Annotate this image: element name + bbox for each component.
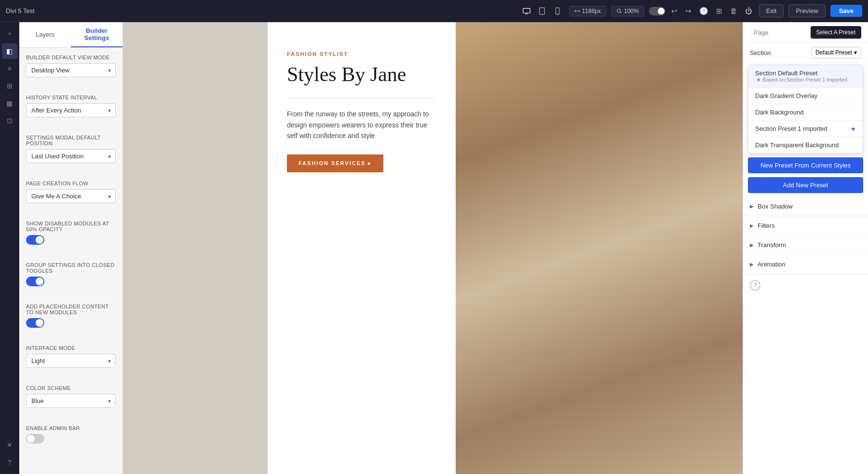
history-state-select[interactable]: After Every Action — [26, 103, 116, 117]
help-button[interactable]: ? — [750, 280, 760, 291]
modules-icon[interactable]: ⊡ — [2, 113, 17, 128]
history-state-label: History State Interval — [26, 95, 116, 100]
page-creation-select-wrap: Give Me A Choice ▼ — [26, 189, 116, 203]
power-icon[interactable]: ⏻ — [743, 5, 754, 17]
builder-default-view-section: Builder Default View Mode Desktop View ▼ — [19, 48, 122, 88]
undo-icon[interactable]: ↩ — [669, 5, 679, 17]
layers-icon[interactable]: ◧ — [2, 43, 17, 59]
section-label: Section — [750, 49, 771, 56]
history-icon[interactable]: 🕐 — [697, 5, 710, 17]
animation-accordion-header[interactable]: ▶ Animation — [743, 255, 868, 274]
redo-icon[interactable]: ↪ — [683, 5, 693, 17]
settings-modal-select-wrap: Last Used Position ▼ — [26, 149, 116, 163]
animation-accordion: ▶ Animation — [743, 255, 868, 274]
theme-toggle[interactable] — [649, 7, 665, 15]
box-shadow-accordion-header[interactable]: ▶ Box Shadow — [743, 197, 868, 216]
animation-title: Animation — [758, 261, 786, 268]
grid-icon[interactable]: ▦ — [2, 96, 17, 111]
mobile-view-btn[interactable] — [551, 5, 564, 17]
topbar: Divi 5 Test 1188px 100% ↩ ↪ 🕐 ⊞ 🗑 ⏻ Exit… — [0, 0, 868, 22]
filters-arrow-icon: ▶ — [750, 223, 754, 228]
placeholder-label: Add Placeholder Content To New Modules — [26, 304, 116, 315]
interface-mode-label: Interface Mode — [26, 345, 116, 351]
right-panel-header: Page Select A Preset — [743, 22, 868, 43]
page-creation-select[interactable]: Give Me A Choice — [26, 189, 116, 203]
page-tab[interactable]: Page — [750, 27, 772, 38]
tab-layers[interactable]: Layers — [19, 22, 71, 47]
disabled-modules-toggle-row — [26, 235, 116, 245]
icon-sidebar: ＋ ◧ ≡ ⊞ ▦ ⊡ ✕ ? — [0, 22, 19, 474]
preset-item-content: Section Default Preset ★ Based on:Sectio… — [755, 70, 847, 83]
preset-item-label: Section Default Preset — [755, 70, 847, 77]
group-settings-toggle[interactable] — [26, 277, 44, 286]
layout-icon[interactable]: ⊞ — [714, 5, 724, 17]
card-cta-button[interactable]: Fashion Services ▸ — [287, 154, 383, 172]
svg-point-5 — [617, 9, 621, 12]
desktop-view-btn[interactable] — [520, 5, 533, 17]
animation-arrow-icon: ▶ — [750, 262, 754, 267]
transform-title: Transform — [758, 241, 786, 249]
preset-dropdown-menu: Section Default Preset ★ Based on:Sectio… — [748, 65, 863, 153]
select-preset-button[interactable]: Select A Preset — [811, 26, 861, 39]
history-state-select-wrap: After Every Action ▼ — [26, 103, 116, 117]
placeholder-toggle[interactable] — [26, 318, 44, 328]
interface-mode-select[interactable]: Light — [26, 354, 116, 368]
builder-view-select[interactable]: Desktop View — [26, 63, 116, 77]
interface-mode-section: Interface Mode Light ▼ — [19, 338, 122, 378]
tools-icon[interactable]: ✕ — [2, 437, 17, 453]
card-tag: Fashion Stylist — [287, 51, 436, 57]
canvas-card: Fashion Stylist Styles By Jane From the … — [268, 22, 456, 474]
section-preset-arrow-icon: ▾ — [854, 49, 857, 56]
add-new-preset-button[interactable]: Add New Preset — [748, 177, 863, 193]
preset-dropdown-item-2[interactable]: Dark Background — [748, 104, 863, 121]
color-scheme-section: Color Scheme Blue ▼ — [19, 378, 122, 418]
main-layout: ＋ ◧ ≡ ⊞ ▦ ⊡ ✕ ? Layers Builder Settings … — [0, 22, 868, 474]
settings-modal-label: Settings Modal Default Position — [26, 135, 116, 146]
group-settings-label: Group Settings Into Closed Toggles — [26, 262, 116, 274]
exit-button[interactable]: Exit — [759, 4, 784, 17]
preview-button[interactable]: Preview — [788, 4, 825, 17]
admin-bar-section: Enable Admin Bar — [19, 418, 122, 454]
preset-item-label: Dark Gradient Overlay — [755, 92, 817, 99]
canvas-area: Fashion Stylist Styles By Jane From the … — [123, 22, 743, 474]
builder-view-select-wrap: Desktop View ▼ — [26, 63, 116, 77]
preset-item-sub: ★ Based on:Section Preset 1 imported — [756, 77, 847, 83]
group-settings-toggle-row — [26, 277, 116, 286]
settings-icon[interactable]: ≡ — [2, 61, 17, 76]
color-scheme-select[interactable]: Blue — [26, 394, 116, 408]
preset-dropdown-item-0[interactable]: Section Default Preset ★ Based on:Sectio… — [748, 65, 863, 88]
settings-panel: Layers Builder Settings Builder Default … — [19, 22, 123, 474]
card-body-text: From the runway to the streets, my appro… — [287, 109, 436, 141]
canvas-content: Fashion Stylist Styles By Jane From the … — [123, 22, 743, 474]
settings-modal-select[interactable]: Last Used Position — [26, 149, 116, 163]
box-shadow-title: Box Shadow — [758, 203, 793, 210]
transform-arrow-icon: ▶ — [750, 242, 754, 248]
svg-rect-0 — [523, 8, 529, 13]
trash-icon[interactable]: 🗑 — [728, 5, 739, 17]
transform-accordion-header[interactable]: ▶ Transform — [743, 236, 868, 254]
help-icon[interactable]: ? — [2, 455, 17, 470]
tablet-view-btn[interactable] — [535, 5, 549, 17]
photo-overlay — [456, 22, 743, 474]
placeholder-section: Add Placeholder Content To New Modules — [19, 297, 122, 338]
zoom-badge[interactable]: 100% — [611, 6, 644, 16]
preset-dropdown-item-4[interactable]: Dark Transparent Background — [748, 137, 863, 153]
placeholder-toggle-row — [26, 318, 116, 328]
preset-dropdown-item-1[interactable]: Dark Gradient Overlay — [748, 88, 863, 104]
filters-title: Filters — [758, 222, 774, 229]
disabled-modules-toggle[interactable] — [26, 235, 44, 245]
preset-dropdown-item-3[interactable]: Section Preset 1 imported ★ — [748, 121, 863, 137]
new-preset-from-styles-button[interactable]: New Preset From Current Styles — [748, 157, 863, 173]
save-button[interactable]: Save — [830, 5, 862, 17]
add-module-icon[interactable]: ＋ — [2, 26, 17, 42]
group-settings-section: Group Settings Into Closed Toggles — [19, 255, 122, 297]
tab-builder-settings[interactable]: Builder Settings — [71, 22, 122, 47]
topbar-icons: ↩ ↪ 🕐 ⊞ 🗑 ⏻ — [649, 5, 754, 17]
filters-accordion-header[interactable]: ▶ Filters — [743, 216, 868, 235]
builder-view-label: Builder Default View Mode — [26, 55, 116, 60]
canvas-width-badge[interactable]: 1188px — [569, 6, 606, 16]
search-icon[interactable]: ⊞ — [2, 78, 17, 94]
svg-point-2 — [542, 13, 542, 14]
section-preset-select[interactable]: Default Preset ▾ — [811, 47, 861, 58]
admin-bar-toggle[interactable] — [26, 434, 44, 444]
